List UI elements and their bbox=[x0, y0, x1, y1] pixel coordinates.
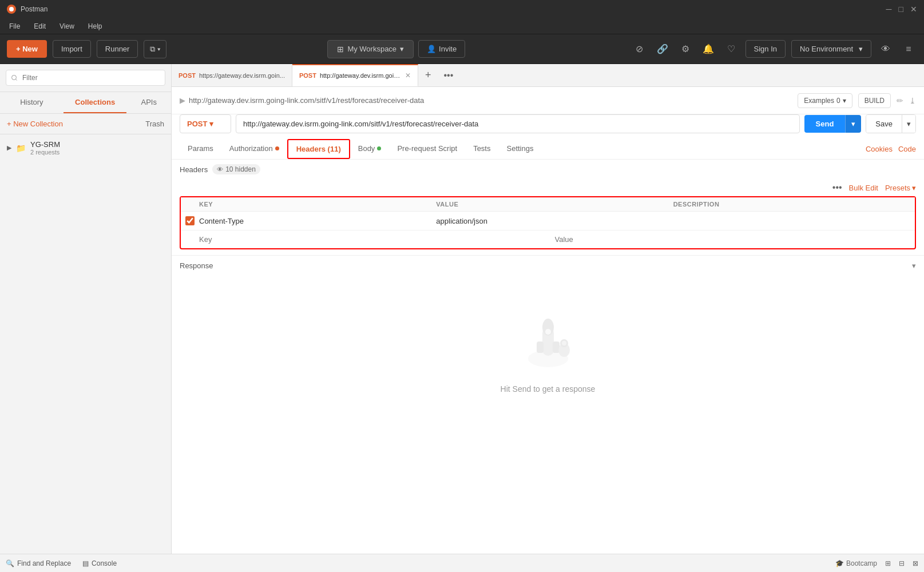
new-header-value-input[interactable] bbox=[555, 235, 911, 244]
settings-env-icon[interactable]: ≡ bbox=[900, 41, 917, 58]
tab-2[interactable]: POST http://gateway.dev.isrm.goin... ✕ bbox=[292, 64, 418, 86]
signin-button[interactable]: Sign In bbox=[745, 40, 786, 58]
code-link[interactable]: Code bbox=[898, 145, 916, 153]
cookie-icon[interactable]: 🔗 bbox=[654, 41, 671, 58]
title-bar: Postman ─ □ ✕ bbox=[0, 0, 924, 18]
menu-file[interactable]: File bbox=[7, 20, 22, 33]
console-icon: ▤ bbox=[82, 559, 89, 567]
find-replace-button[interactable]: 🔍 Find and Replace bbox=[6, 559, 71, 567]
new-header-key-input[interactable] bbox=[199, 235, 555, 244]
more-options-icon[interactable]: ••• bbox=[832, 182, 842, 193]
collection-sub: 2 requests bbox=[30, 149, 164, 156]
response-collapse-icon[interactable]: ▾ bbox=[912, 261, 916, 270]
menu-edit[interactable]: Edit bbox=[31, 20, 48, 33]
menu-help[interactable]: Help bbox=[86, 20, 105, 33]
bootcamp-button[interactable]: 🎓 Bootcamp bbox=[835, 559, 877, 567]
presets-button[interactable]: Presets ▾ bbox=[885, 184, 916, 192]
response-title: Response bbox=[180, 261, 213, 270]
header-row-content-type: Content-Type application/json bbox=[181, 212, 915, 231]
method-label: POST bbox=[187, 120, 207, 128]
req-tab-prerequest[interactable]: Pre-request Script bbox=[389, 140, 465, 158]
eye-env-icon[interactable]: 👁 bbox=[877, 41, 894, 58]
maximize-icon[interactable]: □ bbox=[899, 5, 903, 14]
headers-sub-row: Headers 👁 10 hidden bbox=[172, 160, 924, 179]
req-tab-authorization[interactable]: Authorization bbox=[221, 140, 287, 158]
runner-button[interactable]: Runner bbox=[97, 40, 138, 58]
req-tab-params[interactable]: Params bbox=[180, 140, 221, 158]
req-tab-headers[interactable]: Headers (11) bbox=[287, 139, 350, 159]
save-dropdown-button[interactable]: ▾ bbox=[902, 115, 915, 133]
sidebar-tab-history[interactable]: History bbox=[0, 92, 64, 113]
send-button[interactable]: Send bbox=[804, 115, 846, 133]
send-dropdown-button[interactable]: ▾ bbox=[845, 115, 861, 133]
col-value-header: VALUE bbox=[436, 201, 673, 208]
tab-1[interactable]: POST https://gateway.dev.isrm.goin... bbox=[172, 64, 292, 86]
collection-expand-icon[interactable]: ▶ bbox=[7, 144, 11, 152]
tab-1-method: POST bbox=[179, 72, 196, 79]
req-tab-settings[interactable]: Settings bbox=[498, 140, 541, 158]
menu-view[interactable]: View bbox=[57, 20, 77, 33]
invite-button[interactable]: 👤 Invite bbox=[418, 40, 465, 58]
close-icon[interactable]: ✕ bbox=[910, 5, 917, 14]
bulk-edit-button[interactable]: Bulk Edit bbox=[849, 184, 878, 192]
menu-bar: File Edit View Help bbox=[0, 18, 924, 34]
more-tabs-button[interactable]: ••• bbox=[438, 64, 459, 86]
minimize-icon[interactable]: ─ bbox=[886, 5, 892, 14]
new-collection-button[interactable]: + New Collection bbox=[7, 120, 63, 128]
settings-icon[interactable]: ⚙ bbox=[677, 41, 694, 58]
new-button[interactable]: + New bbox=[7, 40, 47, 58]
tab-2-close-icon[interactable]: ✕ bbox=[405, 72, 411, 80]
main-layout: History Collections APIs + New Collectio… bbox=[0, 64, 924, 554]
layout3-icon[interactable]: ⊠ bbox=[913, 559, 918, 567]
no-environment-selector[interactable]: No Environment ▾ bbox=[791, 40, 871, 58]
eye-icon: 👁 bbox=[217, 166, 223, 173]
toolbar-right: ⊘ 🔗 ⚙ 🔔 ♡ Sign In No Environment ▾ 👁 ≡ bbox=[631, 40, 917, 58]
cookies-link[interactable]: Cookies bbox=[866, 145, 893, 153]
sidebar-tabs: History Collections APIs bbox=[0, 92, 171, 114]
header-key-content-type[interactable]: Content-Type bbox=[199, 217, 436, 225]
auth-dot bbox=[275, 146, 279, 150]
find-replace-label: Find and Replace bbox=[17, 559, 71, 567]
sidebar-actions: + New Collection Trash bbox=[0, 114, 171, 134]
examples-count: 0 bbox=[836, 97, 840, 105]
workspace-selector[interactable]: ⊞ My Workspace ▾ bbox=[327, 40, 414, 58]
header-value-content-type[interactable]: application/json bbox=[436, 217, 673, 225]
main-toolbar: + New Import Runner ⧉ ▾ ⊞ My Workspace ▾… bbox=[0, 34, 924, 64]
add-tab-button[interactable]: + bbox=[418, 64, 438, 86]
new-tab-group-button[interactable]: ⧉ ▾ bbox=[144, 40, 166, 58]
req-tab-tests[interactable]: Tests bbox=[465, 140, 498, 158]
collection-folder-icon: 📁 bbox=[16, 144, 26, 153]
layout1-icon[interactable]: ⊞ bbox=[885, 559, 891, 567]
console-button[interactable]: ▤ Console bbox=[82, 559, 117, 567]
headers-table: KEY VALUE DESCRIPTION Content-Type appli… bbox=[180, 196, 916, 249]
headers-table-header: KEY VALUE DESCRIPTION bbox=[181, 197, 915, 212]
svg-point-5 bbox=[545, 329, 551, 335]
examples-chevron-icon: ▾ bbox=[843, 97, 846, 105]
req-tab-body[interactable]: Body bbox=[350, 140, 390, 158]
trash-button[interactable]: Trash bbox=[145, 120, 164, 128]
edit-icon-button[interactable]: ✏ bbox=[897, 96, 903, 105]
heart-icon[interactable]: ♡ bbox=[723, 41, 740, 58]
examples-label: Examples bbox=[804, 97, 834, 105]
sidebar-tab-apis[interactable]: APIs bbox=[126, 92, 171, 113]
hidden-count-label: 10 hidden bbox=[225, 165, 256, 173]
sidebar-tab-collections[interactable]: Collections bbox=[64, 92, 127, 113]
save-button[interactable]: Save bbox=[866, 115, 902, 133]
search-input[interactable] bbox=[6, 70, 165, 86]
save-template-icon-button[interactable]: ⤓ bbox=[909, 96, 916, 105]
no-intercept-icon[interactable]: ⊘ bbox=[631, 41, 648, 58]
method-selector[interactable]: POST ▾ bbox=[180, 114, 231, 133]
build-button[interactable]: BUILD bbox=[858, 93, 891, 108]
examples-button[interactable]: Examples 0 ▾ bbox=[798, 93, 852, 108]
layout2-icon[interactable]: ⊟ bbox=[899, 559, 905, 567]
import-button[interactable]: Import bbox=[53, 40, 91, 58]
hidden-headers-badge[interactable]: 👁 10 hidden bbox=[212, 164, 260, 174]
headers-sub-label: Headers bbox=[180, 165, 208, 174]
svg-rect-3 bbox=[537, 341, 544, 353]
url-input[interactable] bbox=[236, 114, 800, 133]
window-controls[interactable]: ─ □ ✕ bbox=[886, 5, 917, 14]
collection-item-yg-srm[interactable]: ▶ 📁 YG-SRM 2 requests bbox=[0, 134, 171, 161]
notifications-icon[interactable]: 🔔 bbox=[700, 41, 717, 58]
header-checkbox-content-type[interactable] bbox=[185, 216, 195, 225]
request-tabs: Params Authorization Headers (11) Body P… bbox=[172, 139, 924, 160]
